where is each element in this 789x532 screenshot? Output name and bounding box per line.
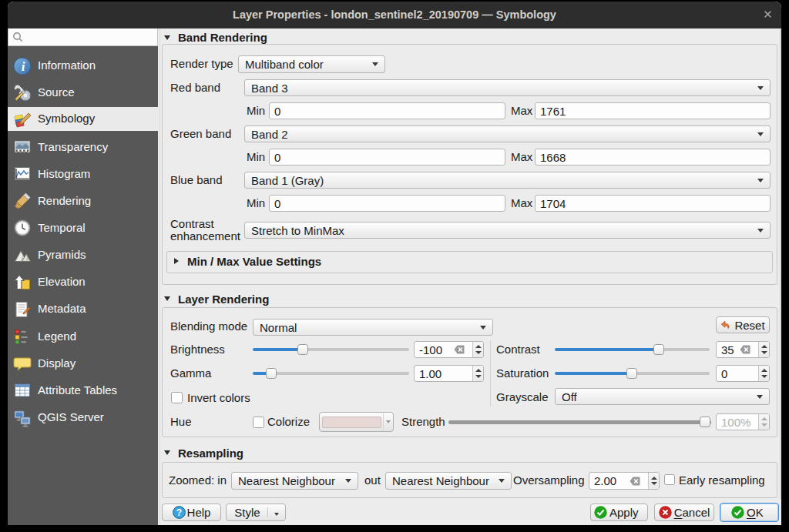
svg-text:?: ?	[176, 507, 181, 518]
svg-text:i: i	[22, 59, 25, 74]
